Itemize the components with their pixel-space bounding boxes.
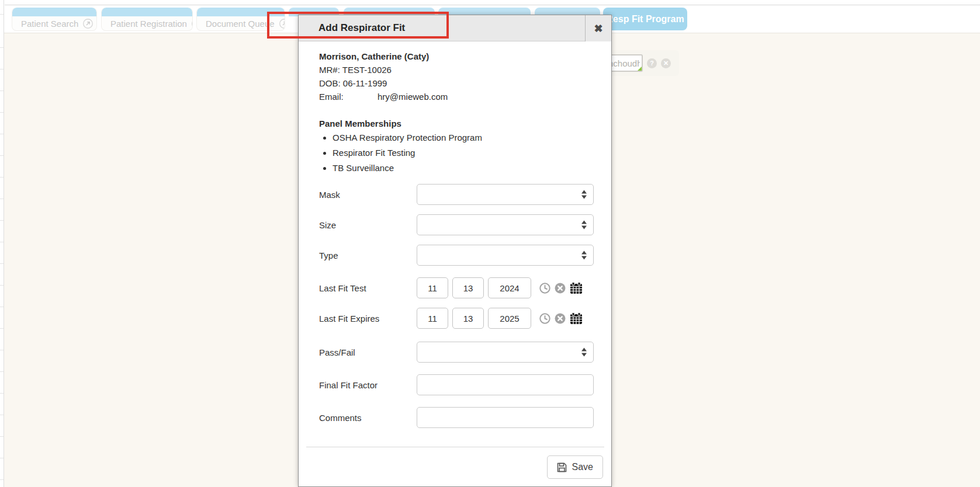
help-icon[interactable]: ? [647, 58, 657, 68]
email-value: hry@mieweb.com [378, 90, 448, 103]
chevron-up-down-icon [581, 220, 587, 230]
final-fit-factor-row: Final Fit Factor [319, 374, 593, 395]
panel-membership-item: OSHA Respiratory Protection Program [319, 130, 593, 145]
chevron-up-down-icon [581, 251, 587, 260]
comments-row: Comments [319, 407, 593, 428]
save-button[interactable]: Save [547, 455, 603, 479]
last-fit-expires-year-input[interactable] [488, 308, 531, 329]
modal-body: Morrison, Catherine (Caty) MR#: TEST-100… [299, 41, 611, 479]
tab-accent-bar [197, 8, 285, 16]
size-row: Size [319, 214, 593, 235]
resp-fit-program-button[interactable]: Resp Fit Program [603, 8, 687, 30]
modal-header: Add Respirator Fit ✖ [299, 15, 611, 41]
pass-fail-select[interactable] [417, 342, 594, 363]
footer-divider [306, 447, 604, 447]
open-in-new-icon[interactable] [83, 19, 93, 29]
last-fit-test-label: Last Fit Test [319, 283, 417, 293]
final-fit-factor-label: Final Fit Factor [319, 380, 417, 390]
pass-fail-row: Pass/Fail [319, 342, 593, 363]
open-in-new-icon[interactable] [279, 19, 285, 29]
panel-membership-item: Respirator Fit Testing [319, 145, 593, 161]
last-fit-expires-day-input[interactable] [452, 308, 484, 329]
tab-label: Patient Search [21, 19, 78, 29]
mask-row: Mask [319, 184, 593, 205]
pass-fail-label: Pass/Fail [319, 347, 417, 357]
tab-label: Patient Registration [110, 19, 187, 29]
comments-label: Comments [319, 413, 417, 423]
clear-icon[interactable]: ✕ [661, 58, 671, 68]
comments-input[interactable] [417, 407, 594, 428]
clock-icon[interactable] [539, 283, 550, 294]
last-fit-expires-label: Last Fit Expires [319, 314, 417, 323]
add-respirator-fit-modal: Add Respirator Fit ✖ Morrison, Catherine… [298, 15, 612, 487]
app-screen: Patient Search Patient Registration Docu… [0, 0, 980, 487]
patient-dob: DOB: 06-11-1999 [319, 76, 593, 90]
chevron-up-down-icon [581, 190, 587, 200]
last-fit-test-month-input[interactable] [417, 277, 448, 298]
left-sidebar-sliver [0, 0, 4, 487]
mask-label: Mask [319, 190, 417, 200]
panel-membership-item: TB Surveillance [319, 161, 593, 176]
clear-date-icon[interactable] [555, 313, 566, 324]
panel-memberships-heading: Panel Memberships [319, 117, 593, 130]
tab-accent-bar [102, 8, 192, 16]
patient-mr: MR#: TEST-10026 [319, 63, 593, 76]
last-fit-test-year-input[interactable] [488, 277, 531, 298]
clock-icon[interactable] [539, 313, 550, 324]
floppy-disk-icon [557, 462, 567, 472]
last-fit-expires-month-input[interactable] [417, 308, 448, 329]
calendar-icon[interactable] [570, 282, 583, 294]
panel-memberships-list: OSHA Respiratory Protection Program Resp… [319, 130, 593, 176]
top-divider-line [5, 5, 980, 5]
tab-accent-bar [12, 8, 96, 16]
close-icon[interactable]: ✖ [585, 15, 611, 41]
type-row: Type [319, 245, 593, 266]
type-select[interactable] [417, 245, 594, 266]
open-in-new-icon[interactable] [192, 19, 193, 29]
modal-title: Add Respirator Fit [299, 22, 405, 34]
patient-name: Morrison, Catherine (Caty) [319, 50, 593, 63]
calendar-icon[interactable] [570, 312, 583, 325]
email-label: Email: [319, 90, 378, 103]
tab-document-queue[interactable]: Document Queue [196, 8, 285, 31]
type-label: Type [319, 251, 417, 260]
tab-patient-registration[interactable]: Patient Registration [101, 8, 193, 31]
chevron-up-down-icon [581, 347, 587, 357]
autocomplete-corner-marker [638, 67, 642, 71]
tab-patient-search[interactable]: Patient Search [12, 8, 97, 31]
tab-label: Document Queue [206, 19, 275, 29]
final-fit-factor-input[interactable] [417, 374, 594, 395]
last-fit-test-row: Last Fit Test [319, 277, 593, 298]
clear-date-icon[interactable] [555, 283, 566, 294]
size-select[interactable] [417, 214, 594, 235]
modal-footer: Save [319, 455, 603, 479]
save-button-label: Save [572, 462, 593, 472]
size-label: Size [319, 220, 417, 230]
patient-email-row: Email: hry@mieweb.com [319, 90, 593, 103]
last-fit-test-day-input[interactable] [452, 277, 484, 298]
last-fit-expires-row: Last Fit Expires [319, 308, 593, 329]
mask-select[interactable] [417, 184, 594, 205]
